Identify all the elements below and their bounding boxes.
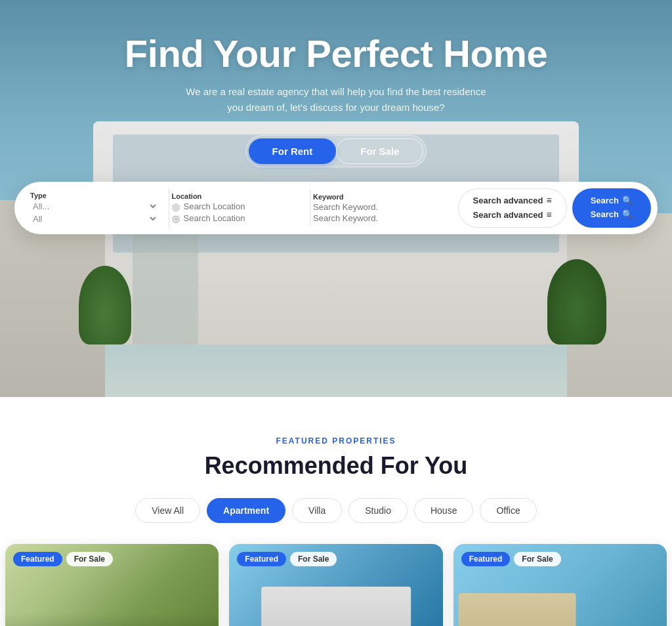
filter-tab-house[interactable]: House: [414, 498, 473, 523]
card-image-3: Featured For Sale: [453, 544, 667, 626]
card-badges-1: Featured For Sale: [13, 552, 113, 566]
hero-title: Find Your Perfect Home: [125, 33, 547, 75]
filter-tab-office[interactable]: Office: [480, 498, 536, 523]
filter-icon-2: ≡: [546, 209, 551, 222]
advanced-line-1: Search advanced ≡: [473, 194, 552, 207]
hero-subtitle: We are a real estate agency that will he…: [178, 84, 494, 115]
filter-tab-all[interactable]: View All: [135, 498, 200, 523]
search-field-type: Type All... Apartment Villa House All: [28, 189, 169, 227]
location-input-2[interactable]: [184, 213, 300, 223]
search-button[interactable]: Search 🔍 Search 🔍: [572, 188, 651, 228]
search-icon-1: 🔍: [622, 195, 633, 207]
filter-tab-studio[interactable]: Studio: [348, 498, 408, 523]
badge-forsale-2: For Sale: [290, 552, 337, 566]
section-label: FEATURED PROPERTIES: [0, 436, 672, 446]
badge-featured-2: Featured: [237, 552, 286, 566]
hero-trees-left: [79, 266, 131, 344]
hero-section: Find Your Perfect Home We are a real est…: [0, 0, 672, 397]
type-select-bottom[interactable]: All: [30, 213, 158, 224]
keyword-input-2[interactable]: [313, 213, 441, 223]
hero-trees-right: [547, 259, 606, 344]
section-title: Recommended For You: [0, 452, 672, 480]
type-label: Type: [30, 192, 158, 199]
properties-section: FEATURED PROPERTIES Recommended For You …: [0, 397, 672, 626]
property-cards-row: Featured For Sale Featured For Sale Feat…: [0, 544, 672, 626]
keyword-input-1[interactable]: [313, 202, 441, 212]
property-card-3[interactable]: Featured For Sale: [453, 544, 667, 626]
search-field-location: Location ◎ ◎: [169, 190, 311, 226]
filter-icon-1: ≡: [546, 194, 551, 207]
tab-for-sale[interactable]: For Sale: [336, 138, 423, 164]
property-card-1[interactable]: Featured For Sale: [5, 544, 219, 626]
card-badges-2: Featured For Sale: [237, 552, 337, 566]
card-image-1: Featured For Sale: [5, 544, 219, 626]
property-card-2[interactable]: Featured For Sale: [229, 544, 442, 626]
location-icon-2: ◎: [172, 213, 180, 224]
advanced-line-2: Search advanced ≡: [473, 209, 552, 222]
badge-featured-3: Featured: [461, 552, 511, 566]
location-icon-1: ◎: [172, 201, 180, 212]
search-line-2: Search 🔍: [591, 209, 633, 220]
badge-forsale-3: For Sale: [514, 552, 560, 566]
filter-tab-villa[interactable]: Villa: [292, 498, 342, 523]
search-bar: Type All... Apartment Villa House All: [14, 182, 658, 234]
search-line-1: Search 🔍: [591, 195, 633, 207]
location-input-1[interactable]: [184, 201, 300, 211]
filter-tab-apartment[interactable]: Apartment: [207, 498, 285, 523]
badge-featured-1: Featured: [13, 552, 62, 566]
search-advanced-button[interactable]: Search advanced ≡ Search advanced ≡: [458, 188, 567, 228]
search-field-keyword: Keyword: [310, 190, 452, 226]
location-label: Location: [172, 192, 300, 200]
badge-forsale-1: For Sale: [66, 552, 113, 566]
type-select-top[interactable]: All... Apartment Villa House: [30, 201, 158, 212]
card-image-2: Featured For Sale: [229, 544, 442, 626]
search-icon-2: 🔍: [622, 209, 633, 220]
hero-tabs: For Rent For Sale: [245, 135, 427, 167]
card-badges-3: Featured For Sale: [461, 552, 561, 566]
hero-content: Find Your Perfect Home We are a real est…: [0, 0, 672, 234]
search-actions: Search advanced ≡ Search advanced ≡ Sear…: [458, 188, 652, 228]
keyword-label: Keyword: [313, 193, 441, 201]
filter-tabs: View All Apartment Villa Studio House Of…: [0, 498, 672, 523]
tab-for-rent[interactable]: For Rent: [249, 138, 337, 164]
